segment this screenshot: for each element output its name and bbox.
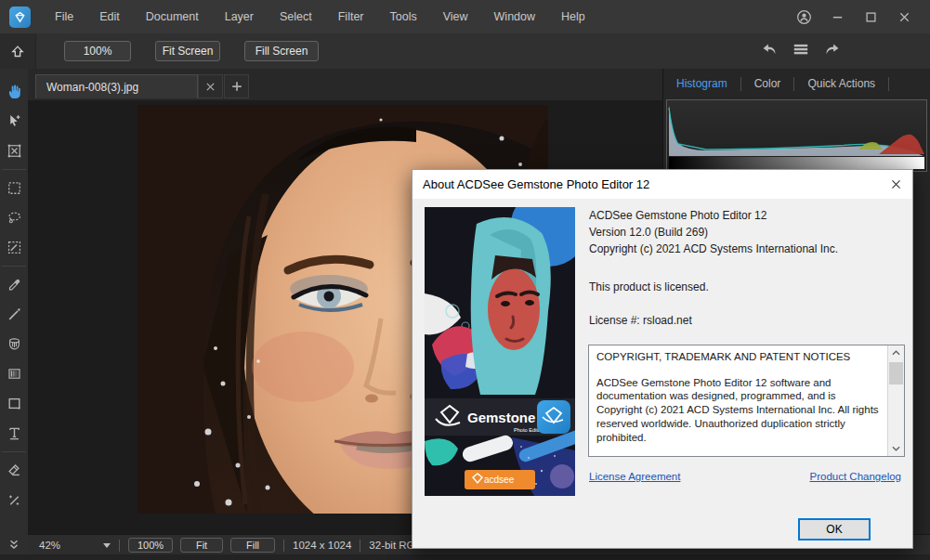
eyedropper-tool-icon[interactable]: [3, 273, 25, 295]
window-bottom-edge: [0, 554, 930, 560]
brand-name-text: Gemstone: [467, 410, 535, 425]
gemstone-brand-artwork: Gemstone Photo Editor acdsee: [425, 207, 575, 496]
minimize-icon[interactable]: [824, 4, 850, 30]
ok-button[interactable]: OK: [798, 518, 871, 540]
window-controls: [791, 4, 930, 30]
product-version: Version 12.0 (Build 269): [589, 226, 708, 239]
histogram-display: [666, 99, 927, 172]
gradient-tool-icon[interactable]: [3, 362, 25, 384]
product-changelog-link[interactable]: Product Changelog: [810, 471, 901, 482]
dialog-title: About ACDSee Gemstone Photo Editor 12: [413, 177, 649, 191]
menu-window[interactable]: Window: [481, 0, 548, 33]
menu-tools[interactable]: Tools: [377, 0, 430, 33]
notices-heading: COPYRIGHT, TRADEMARK AND PATENT NOTICES: [596, 350, 883, 364]
notices-textbox[interactable]: COPYRIGHT, TRADEMARK AND PATENT NOTICES …: [588, 345, 905, 457]
scrollbar-thumb[interactable]: [889, 362, 903, 384]
application-window: File Edit Document Layer Select Filter T…: [0, 0, 930, 560]
lasso-select-tool-icon[interactable]: [3, 206, 25, 228]
zoom-level-button[interactable]: 100%: [64, 41, 131, 61]
tab-quick-actions[interactable]: Quick Actions: [794, 69, 888, 98]
repair-tool-icon[interactable]: [3, 488, 25, 511]
brush-tool-icon[interactable]: [3, 303, 25, 325]
top-toolbar: 100% Fit Screen Fill Screen: [0, 33, 930, 70]
notices-paragraph-2: ACDSee Gemstone Photo Editor 12 software…: [596, 456, 883, 457]
about-dialog: About ACDSee Gemstone Photo Editor 12: [412, 169, 913, 549]
text-tool-icon[interactable]: [3, 422, 25, 444]
image-dimensions: 1024 x 1024: [293, 540, 351, 551]
new-tab-icon[interactable]: [224, 74, 249, 98]
menu-help[interactable]: Help: [548, 0, 598, 33]
pan-tool-icon[interactable]: [3, 80, 25, 102]
notices-scrollbar[interactable]: [887, 345, 904, 456]
menu-edit[interactable]: Edit: [86, 0, 133, 33]
product-name: ACDSee Gemstone Photo Editor 12: [589, 209, 766, 222]
license-status: This product is licensed.: [589, 280, 709, 293]
fill-screen-button[interactable]: Fill Screen: [244, 41, 319, 61]
product-copyright: Copyright (c) 2021 ACD Systems Internati…: [589, 242, 838, 255]
maximize-icon[interactable]: [858, 4, 884, 30]
menu-filter[interactable]: Filter: [325, 0, 377, 33]
eraser-tool-icon[interactable]: [3, 459, 25, 481]
close-icon[interactable]: [891, 4, 917, 30]
right-panel-tabs: Histogram Color Quick Actions: [663, 69, 930, 98]
rectangular-select-tool-icon[interactable]: [3, 176, 25, 199]
status-fit-button[interactable]: Fit: [180, 538, 223, 553]
menu-layer[interactable]: Layer: [212, 0, 267, 33]
status-zoom-level[interactable]: 42%: [39, 540, 60, 551]
hamburger-menu-icon[interactable]: [792, 41, 810, 61]
paint-bucket-tool-icon[interactable]: [3, 332, 25, 355]
more-tools-icon[interactable]: [0, 534, 29, 554]
user-account-icon[interactable]: [791, 4, 817, 30]
shape-tool-icon[interactable]: [3, 392, 25, 414]
redo-icon[interactable]: [823, 41, 842, 61]
status-zoom-100-button[interactable]: 100%: [128, 538, 173, 553]
dialog-close-icon[interactable]: [888, 176, 904, 192]
menu-file[interactable]: File: [42, 0, 86, 33]
menu-view[interactable]: View: [430, 0, 481, 33]
license-agreement-link[interactable]: License Agreement: [589, 471, 680, 482]
notices-paragraph-1: ACDSee Gemstone Photo Editor 12 software…: [596, 376, 883, 445]
home-navigation-icon[interactable]: [0, 33, 36, 69]
status-fill-button[interactable]: Fill: [230, 538, 275, 553]
tab-color[interactable]: Color: [741, 69, 794, 98]
zoom-dropdown-icon[interactable]: [103, 543, 111, 548]
dialog-title-bar: About ACDSee Gemstone Photo Editor 12: [413, 170, 912, 199]
undo-icon[interactable]: [760, 41, 779, 61]
menu-bar: File Edit Document Layer Select Filter T…: [0, 0, 930, 33]
scroll-down-icon[interactable]: [888, 441, 904, 456]
document-tab-bar: Woman-008(3).jpg: [28, 69, 662, 100]
transform-tool-icon[interactable]: [3, 139, 25, 162]
document-tab[interactable]: Woman-008(3).jpg: [35, 74, 198, 98]
fit-screen-button[interactable]: Fit Screen: [155, 41, 220, 61]
tab-histogram[interactable]: Histogram: [663, 69, 740, 98]
menu-select[interactable]: Select: [267, 0, 325, 33]
menu-document[interactable]: Document: [133, 0, 212, 33]
selection-brush-tool-icon[interactable]: [3, 236, 25, 258]
scroll-up-icon[interactable]: [888, 345, 904, 360]
badge-text: acdsee: [484, 475, 515, 485]
document-tab-label: Woman-008(3).jpg: [46, 81, 138, 94]
move-tool-icon[interactable]: [3, 110, 25, 132]
license-number: License #: rsload.net: [589, 314, 692, 327]
app-logo-icon: [9, 7, 31, 28]
close-tab-icon[interactable]: [198, 74, 223, 98]
tool-palette: [0, 69, 29, 554]
